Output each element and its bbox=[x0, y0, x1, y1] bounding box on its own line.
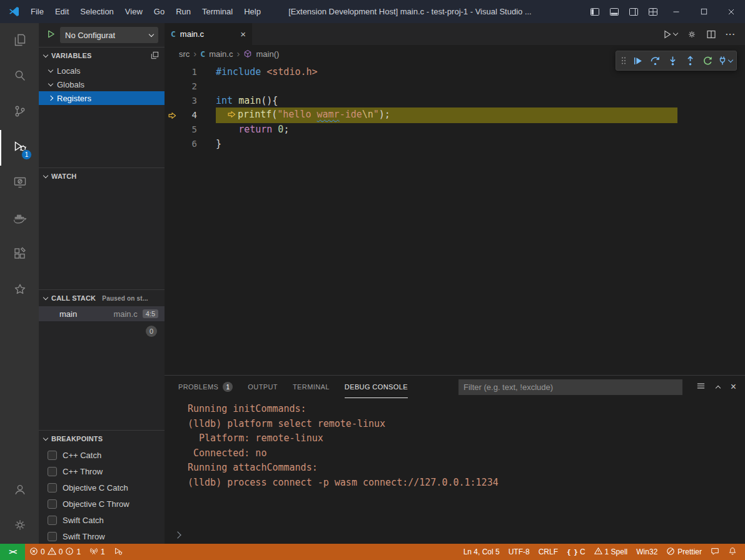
close-panel-icon[interactable]: × bbox=[731, 382, 736, 392]
menu-go[interactable]: Go bbox=[148, 0, 170, 23]
console-input-chevron-icon[interactable] bbox=[174, 531, 181, 538]
step-out-button[interactable] bbox=[681, 52, 699, 69]
formatter-status[interactable]: Prettier bbox=[662, 544, 706, 560]
activity-source-control[interactable] bbox=[0, 94, 39, 130]
debug-configuration-dropdown[interactable]: No Configurat bbox=[60, 27, 158, 43]
feedback-button[interactable] bbox=[706, 544, 724, 560]
breakpoint-checkbox[interactable] bbox=[48, 451, 57, 460]
breakpoints-header[interactable]: BREAKPOINTS bbox=[39, 431, 165, 447]
breadcrumb-file[interactable]: main.c bbox=[209, 49, 233, 59]
activity-remote-explorer[interactable] bbox=[0, 166, 39, 201]
eol-status[interactable]: CRLF bbox=[534, 544, 562, 560]
toggle-secondary-sidebar-button[interactable] bbox=[624, 0, 643, 23]
panel-menu-icon[interactable] bbox=[696, 381, 706, 392]
code-line-6[interactable]: 6} bbox=[165, 137, 745, 151]
settings-button[interactable] bbox=[0, 508, 39, 544]
more-actions-button[interactable]: ··· bbox=[726, 29, 736, 39]
code-line-3[interactable]: 3int main(){ bbox=[165, 94, 745, 108]
code-line-2[interactable]: 2 bbox=[165, 79, 745, 94]
console-filter-input[interactable] bbox=[459, 379, 682, 395]
maximize-button[interactable] bbox=[690, 0, 717, 23]
breadcrumb-folder[interactable]: src bbox=[179, 49, 190, 59]
debug-status-button[interactable] bbox=[109, 544, 127, 560]
cursor-position[interactable]: Ln 4, Col 5 bbox=[459, 544, 504, 560]
activity-explorer[interactable] bbox=[0, 23, 39, 59]
panel-tab-problems[interactable]: PROBLEMS1 bbox=[178, 376, 233, 398]
restart-button[interactable] bbox=[699, 52, 716, 69]
platform-status[interactable]: Win32 bbox=[632, 544, 662, 560]
menu-help[interactable]: Help bbox=[238, 0, 266, 23]
code-line-5[interactable]: 5 return 0; bbox=[165, 122, 745, 137]
step-into-button[interactable] bbox=[664, 52, 681, 69]
breakpoint-checkbox[interactable] bbox=[48, 467, 57, 476]
stack-frame-row[interactable]: main main.c 4:5 bbox=[39, 306, 165, 321]
breakpoint-row-c-throw[interactable]: C++ Throw bbox=[39, 463, 165, 479]
disconnect-button[interactable] bbox=[716, 52, 734, 69]
menu-file[interactable]: File bbox=[25, 0, 49, 23]
breakpoint-checkbox[interactable] bbox=[48, 532, 57, 541]
variables-item-registers[interactable]: Registers bbox=[39, 91, 165, 105]
title-bar: FileEditSelectionViewGoRunTerminalHelp [… bbox=[0, 0, 745, 23]
toggle-panel-button[interactable] bbox=[604, 0, 624, 23]
language-mode[interactable]: { }C bbox=[562, 544, 590, 560]
menu-terminal[interactable]: Terminal bbox=[196, 0, 238, 23]
toggle-sidebar-button[interactable] bbox=[585, 0, 604, 23]
start-debug-icon[interactable] bbox=[46, 29, 56, 41]
breakpoint-row-swift-throw[interactable]: Swift Throw bbox=[39, 528, 165, 544]
code-token: <stdio.h> bbox=[266, 66, 317, 78]
panel-tab-debug-console[interactable]: DEBUG CONSOLE bbox=[345, 376, 408, 398]
panel-tab-output[interactable]: OUTPUT bbox=[248, 376, 278, 398]
accounts-button[interactable] bbox=[0, 472, 39, 508]
breakpoint-row-objective-c-catch[interactable]: Objective C Catch bbox=[39, 479, 165, 496]
panel-tab-terminal[interactable]: TERMINAL bbox=[293, 376, 330, 398]
variables-item-locals[interactable]: Locals bbox=[39, 64, 165, 78]
remote-indicator[interactable]: >< bbox=[0, 544, 25, 560]
maximize-panel-icon[interactable] bbox=[715, 386, 720, 391]
variables-list: LocalsGlobalsRegisters bbox=[39, 64, 165, 105]
continue-button[interactable] bbox=[629, 52, 646, 69]
code-token: int bbox=[216, 95, 238, 106]
code-text: int main(){ bbox=[216, 94, 278, 108]
close-tab-icon[interactable]: × bbox=[240, 29, 246, 39]
breakpoint-checkbox[interactable] bbox=[48, 516, 57, 525]
step-over-button[interactable] bbox=[646, 52, 664, 69]
variables-header[interactable]: VARIABLES bbox=[39, 48, 165, 64]
split-editor-button[interactable] bbox=[706, 29, 716, 39]
code-line-4[interactable]: 4 printf("hello wamr-ide\n"); bbox=[165, 108, 745, 122]
breakpoint-checkbox[interactable] bbox=[48, 499, 57, 509]
breakpoint-row-objective-c-throw[interactable]: Objective C Throw bbox=[39, 496, 165, 512]
drag-handle-icon[interactable] bbox=[619, 52, 629, 69]
breadcrumb-symbol[interactable]: main() bbox=[256, 49, 279, 59]
menu-edit[interactable]: Edit bbox=[49, 0, 74, 23]
open-panel-icon[interactable] bbox=[150, 51, 160, 61]
encoding-status[interactable]: UTF-8 bbox=[504, 544, 534, 560]
variables-item-globals[interactable]: Globals bbox=[39, 78, 165, 91]
activity-search[interactable] bbox=[0, 59, 39, 94]
notifications-button[interactable] bbox=[724, 544, 741, 560]
run-file-button[interactable] bbox=[662, 29, 677, 39]
watch-header[interactable]: WATCH bbox=[39, 168, 165, 184]
spell-checker-status[interactable]: 1 Spell bbox=[590, 544, 632, 560]
customize-layout-button[interactable] bbox=[643, 0, 662, 23]
activity-star[interactable] bbox=[0, 272, 39, 308]
editor-settings-icon[interactable] bbox=[687, 29, 697, 39]
problems-status[interactable]: 0 0 1 bbox=[25, 544, 85, 560]
line-number: 4 bbox=[181, 108, 197, 122]
breakpoint-checkbox[interactable] bbox=[48, 483, 57, 492]
call-stack-header[interactable]: CALL STACK Paused on st... bbox=[39, 290, 165, 306]
breakpoint-row-swift-catch[interactable]: Swift Catch bbox=[39, 512, 165, 528]
menu-view[interactable]: View bbox=[119, 0, 148, 23]
ports-status[interactable]: 1 bbox=[85, 544, 109, 560]
breakpoint-row-c-catch[interactable]: C++ Catch bbox=[39, 447, 165, 463]
tab-main-c[interactable]: C main.c × bbox=[165, 23, 252, 45]
debug-toolbar bbox=[616, 51, 737, 71]
menu-run[interactable]: Run bbox=[170, 0, 196, 23]
activity-docker[interactable] bbox=[0, 201, 39, 237]
minimize-button[interactable] bbox=[662, 0, 690, 23]
editor-actions: ··· bbox=[662, 23, 745, 45]
menu-selection[interactable]: Selection bbox=[74, 0, 119, 23]
activity-extensions[interactable] bbox=[0, 237, 39, 272]
close-window-button[interactable] bbox=[717, 0, 745, 23]
activity-run-and-debug[interactable]: 1 bbox=[0, 130, 39, 166]
variables-section: VARIABLES LocalsGlobalsRegisters bbox=[39, 47, 165, 168]
